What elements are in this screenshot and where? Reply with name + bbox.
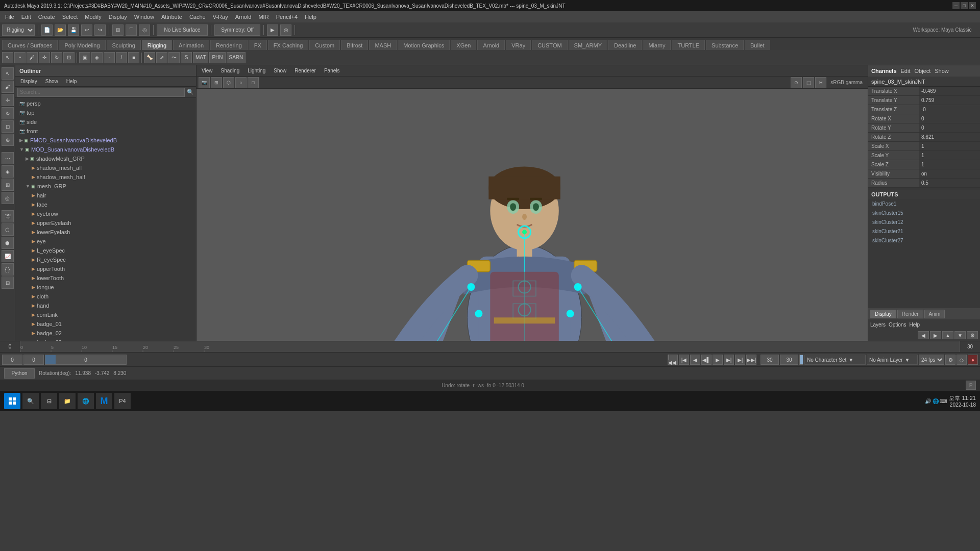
go-to-start-button[interactable]: |◀◀ bbox=[668, 355, 678, 365]
joint-tool[interactable]: 🦴 bbox=[144, 52, 155, 63]
outliner-item-tongue[interactable]: ▶ tongue bbox=[15, 283, 196, 292]
new-scene-button[interactable]: 📄 bbox=[41, 24, 53, 36]
current-frame-input[interactable] bbox=[2, 355, 22, 365]
rotate-tool[interactable]: ↻ bbox=[51, 52, 62, 63]
menu-create[interactable]: Create bbox=[35, 13, 58, 21]
bounding-box-button[interactable]: □ bbox=[248, 77, 259, 88]
timeline-scrub-bar[interactable]: 0 bbox=[45, 355, 127, 365]
play-back-button[interactable]: ◀▌ bbox=[701, 355, 712, 365]
outliner-item-eye[interactable]: ▶ eye bbox=[15, 237, 196, 246]
options-menu[interactable]: Options bbox=[889, 322, 906, 328]
tab-turtle[interactable]: TURTLE bbox=[672, 40, 705, 50]
object-select-button[interactable]: ▣ bbox=[79, 52, 90, 63]
tab-substance[interactable]: Substance bbox=[706, 40, 744, 50]
search-button[interactable]: 🔍 bbox=[22, 393, 39, 409]
outliner-item-lowertooth[interactable]: ▶ lowerTooth bbox=[15, 273, 196, 283]
tab-motion-graphics[interactable]: Motion Graphics bbox=[398, 40, 450, 50]
outliner-search-icon[interactable]: 🔍 bbox=[187, 89, 194, 95]
resolution-gate-button[interactable]: ⬚ bbox=[803, 77, 814, 88]
outliner-display-menu[interactable]: Display bbox=[17, 78, 40, 85]
scale-tool-button[interactable]: ⊡ bbox=[2, 120, 14, 133]
output-skincluster15[interactable]: skinCluster15 bbox=[868, 208, 980, 217]
next-key-button[interactable]: ▶| bbox=[735, 355, 745, 365]
ipr-render-button[interactable]: ◎ bbox=[280, 24, 291, 36]
perforce-button[interactable]: P4 bbox=[114, 393, 131, 409]
paint-tool-button[interactable]: 🖌 bbox=[2, 81, 14, 93]
deform-button[interactable]: ◈ bbox=[2, 165, 14, 178]
task-view-button[interactable]: ⊟ bbox=[41, 393, 57, 409]
outliner-item-badge03[interactable]: ▶ badge_03 bbox=[15, 338, 196, 341]
display-tab-render[interactable]: Render bbox=[897, 310, 923, 318]
outliner-item-mod[interactable]: ▼ ▣ MOD_SusanIvanovaDisheveledB bbox=[15, 145, 196, 154]
snap-point-button[interactable]: ◎ bbox=[139, 24, 150, 36]
step-back-button[interactable]: ◀ bbox=[690, 355, 700, 365]
select-tool[interactable]: ↖ bbox=[2, 52, 13, 63]
python-label[interactable]: Python bbox=[4, 368, 35, 379]
timeline-ruler[interactable]: 0 0 5 10 15 20 25 30 bbox=[0, 341, 980, 353]
outliner-item-side[interactable]: 📷 side bbox=[15, 117, 196, 127]
show-menu[interactable]: Show bbox=[271, 67, 289, 74]
show-tab[interactable]: Show bbox=[935, 68, 949, 74]
tab-vray[interactable]: VRay bbox=[506, 40, 531, 50]
outliner-item-uppertooth[interactable]: ▶ upperTooth bbox=[15, 264, 196, 273]
menu-edit[interactable]: Edit bbox=[18, 13, 34, 21]
renderer-menu[interactable]: Renderer bbox=[291, 67, 319, 74]
output-bindpose1[interactable]: bindPose1 bbox=[868, 199, 980, 208]
select-mode-button[interactable]: ↖ bbox=[2, 67, 14, 80]
menu-arnold[interactable]: Arnold bbox=[232, 13, 255, 21]
outliner-search-input[interactable] bbox=[17, 88, 185, 97]
tab-poly-modeling[interactable]: Poly Modeling bbox=[59, 40, 105, 50]
outliner-item-fmod[interactable]: ▶ ▣ FMOD_SusanIvanovaDisheveledB bbox=[15, 136, 196, 145]
menu-file[interactable]: File bbox=[2, 13, 17, 21]
wireframe-button[interactable]: ⬡ bbox=[223, 77, 234, 88]
outliner-item-lowereyelash[interactable]: ▶ lowerEyelash bbox=[15, 228, 196, 237]
outliner-item-shadowgrp[interactable]: ▶ ▣ shadowMesh_GRP bbox=[15, 154, 196, 163]
outliner-item-hair[interactable]: ▶ hair bbox=[15, 191, 196, 200]
outliner-item-face[interactable]: ▶ face bbox=[15, 200, 196, 209]
minimize-button[interactable]: ─ bbox=[952, 2, 960, 9]
playback-start-input[interactable] bbox=[761, 355, 779, 365]
node-editor-button[interactable]: ⬢ bbox=[2, 237, 14, 249]
isolate-button[interactable]: ⊙ bbox=[791, 77, 802, 88]
component-select-button[interactable]: ◈ bbox=[91, 52, 103, 63]
camera-select[interactable]: 📷 bbox=[199, 77, 210, 88]
close-button[interactable]: ✕ bbox=[969, 2, 976, 9]
ik-handle-tool[interactable]: ⇗ bbox=[156, 52, 167, 63]
shading-menu[interactable]: Shading bbox=[218, 67, 243, 74]
snap-curve-button[interactable]: ⌒ bbox=[126, 24, 137, 36]
file-explorer-button[interactable]: 📁 bbox=[59, 393, 76, 409]
menu-mir[interactable]: MIR bbox=[255, 13, 272, 21]
outliner-item-meshgrp[interactable]: ▼ ▣ mesh_GRP bbox=[15, 182, 196, 191]
output-skincluster12[interactable]: skinCluster12 bbox=[868, 217, 980, 227]
menu-help[interactable]: Help bbox=[302, 13, 320, 21]
outliner-item-badge02[interactable]: ▶ badge_02 bbox=[15, 329, 196, 338]
lattice-button[interactable]: ⊞ bbox=[2, 179, 14, 191]
panel-settings-button[interactable]: ⚙ bbox=[967, 331, 978, 339]
render-button[interactable]: ▶ bbox=[267, 24, 278, 36]
playback-settings-button[interactable]: ⚙ bbox=[945, 355, 955, 365]
maximize-button[interactable]: □ bbox=[961, 2, 968, 9]
save-scene-button[interactable]: 💾 bbox=[68, 24, 79, 36]
tab-rigging[interactable]: Rigging bbox=[142, 40, 172, 50]
menu-modify[interactable]: Modify bbox=[82, 13, 104, 21]
snap-grid-button[interactable]: ⊞ bbox=[112, 24, 124, 36]
move-tool[interactable]: ✛ bbox=[39, 52, 50, 63]
windows-start-button[interactable] bbox=[4, 393, 20, 409]
tab-fx-caching[interactable]: FX Caching bbox=[268, 40, 308, 50]
snap-button[interactable]: ⋯ bbox=[2, 152, 14, 164]
help-menu[interactable]: Help bbox=[909, 322, 920, 328]
tab-mash[interactable]: MASH bbox=[369, 40, 397, 50]
symmetry-button[interactable]: Symmetry: Off bbox=[214, 24, 260, 36]
tab-animation[interactable]: Animation bbox=[173, 40, 209, 50]
tab-bullet[interactable]: Bullet bbox=[745, 40, 770, 50]
hud-button[interactable]: H bbox=[815, 77, 826, 88]
outliner-item-leyespec[interactable]: ▶ L_eyeSpec bbox=[15, 246, 196, 255]
step-forward-button[interactable]: ▶| bbox=[724, 355, 734, 365]
face-select-button[interactable]: ■ bbox=[128, 52, 139, 63]
outliner-item-persp[interactable]: 📷 persp bbox=[15, 99, 196, 108]
edit-tab[interactable]: Edit bbox=[901, 68, 911, 74]
display-tab-anim[interactable]: Anim bbox=[924, 310, 945, 318]
menu-attribute[interactable]: Attribute bbox=[158, 13, 185, 21]
fps-dropdown[interactable]: 24 fps bbox=[919, 355, 944, 365]
outliner-item-uppereyelash[interactable]: ▶ upperEyelash bbox=[15, 218, 196, 228]
